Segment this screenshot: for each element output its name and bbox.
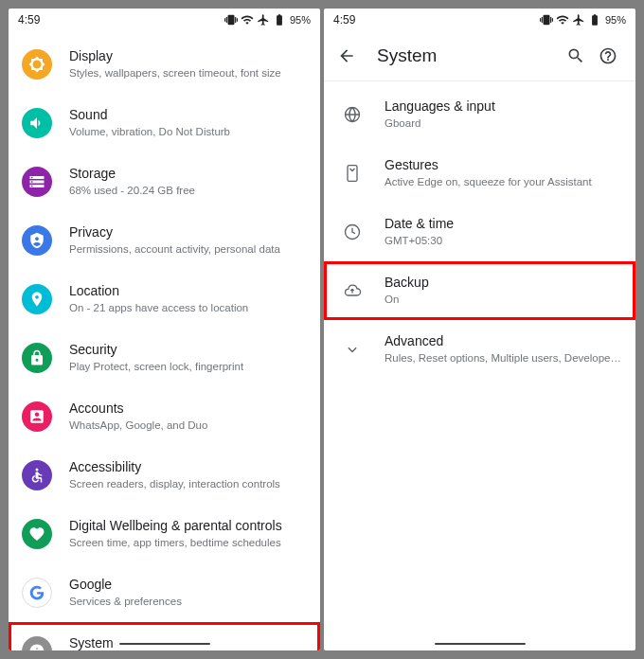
row-system[interactable]: SystemLanguages, gestures, time, backup	[9, 622, 320, 650]
row-subtitle: GMT+05:30	[385, 234, 622, 249]
status-time: 4:59	[333, 13, 355, 27]
phone-right: 4:59 95% System Languages & inputGboardG…	[324, 9, 635, 650]
row-text: PrivacyPermissions, account activity, pe…	[69, 223, 307, 258]
airplane-icon	[257, 13, 270, 27]
phone-left: 4:59 95% DisplayStyles, wallpapers, scre…	[9, 9, 320, 650]
row-lang[interactable]: Languages & inputGboard	[324, 85, 635, 144]
app-bar: System	[324, 31, 635, 80]
status-time: 4:59	[18, 13, 40, 27]
row-title: Backup	[385, 274, 622, 291]
status-icons: 95%	[224, 13, 311, 27]
row-text: AdvancedRules, Reset options, Multiple u…	[385, 332, 622, 366]
row-title: Sound	[69, 106, 307, 123]
row-subtitle: Rules, Reset options, Multiple users, De…	[385, 351, 622, 366]
row-backup[interactable]: BackupOn	[324, 261, 635, 320]
row-accessibility[interactable]: AccessibilityScreen readers, display, in…	[9, 446, 320, 505]
row-title: Accounts	[69, 400, 307, 417]
settings-list: DisplayStyles, wallpapers, screen timeou…	[9, 31, 320, 650]
row-text: LocationOn - 21 apps have access to loca…	[69, 282, 307, 316]
page-title: System	[377, 45, 560, 66]
globe-icon	[337, 99, 367, 130]
volume-icon	[22, 108, 52, 138]
row-privacy[interactable]: PrivacyPermissions, account activity, pe…	[9, 211, 320, 270]
row-subtitle: On	[385, 293, 622, 308]
row-gestures[interactable]: GesturesActive Edge on, squeeze for your…	[324, 144, 635, 203]
row-advanced[interactable]: AdvancedRules, Reset options, Multiple u…	[324, 320, 635, 379]
row-subtitle: Services & preferences	[69, 595, 307, 610]
status-icons: 95%	[540, 13, 626, 27]
row-title: Digital Wellbeing & parental controls	[69, 517, 307, 534]
row-sound[interactable]: SoundVolume, vibration, Do Not Disturb	[9, 94, 320, 152]
row-title: Storage	[69, 165, 307, 182]
pin-icon	[22, 284, 52, 314]
row-text: Storage68% used - 20.24 GB free	[69, 165, 307, 199]
row-text: GoogleServices & preferences	[69, 576, 307, 610]
row-datetime[interactable]: Date & timeGMT+05:30	[324, 203, 635, 261]
row-title: Google	[69, 576, 307, 593]
row-subtitle: Play Protect, screen lock, fingerprint	[69, 360, 307, 375]
row-title: Languages & input	[385, 98, 622, 115]
row-title: Accessibility	[69, 458, 307, 475]
row-display[interactable]: DisplayStyles, wallpapers, screen timeou…	[9, 35, 320, 94]
clock-icon	[337, 217, 367, 247]
row-text: SoundVolume, vibration, Do Not Disturb	[69, 106, 307, 140]
row-title: Gestures	[385, 156, 622, 173]
row-subtitle: Gboard	[385, 116, 622, 132]
row-subtitle: Volume, vibration, Do Not Disturb	[69, 125, 307, 140]
search-button[interactable]	[560, 40, 592, 72]
row-text: SecurityPlay Protect, screen lock, finge…	[69, 341, 307, 375]
row-subtitle: Styles, wallpapers, screen timeout, font…	[69, 66, 307, 81]
battery-icon	[588, 13, 601, 27]
nav-home-bar[interactable]	[119, 643, 210, 646]
row-text: Date & timeGMT+05:30	[385, 215, 622, 249]
system-list: Languages & inputGboardGesturesActive Ed…	[324, 81, 635, 379]
help-icon	[599, 46, 617, 65]
row-title: Security	[69, 341, 307, 358]
row-title: Privacy	[69, 223, 307, 240]
wifi-icon	[241, 13, 254, 27]
vibrate-icon	[540, 13, 553, 27]
row-text: AccountsWhatsApp, Google, and Duo	[69, 400, 307, 434]
row-wellbeing[interactable]: Digital Wellbeing & parental controlsScr…	[9, 505, 320, 563]
status-bar: 4:59 95%	[9, 9, 320, 31]
row-location[interactable]: LocationOn - 21 apps have access to loca…	[9, 270, 320, 329]
battery-percent: 95%	[290, 14, 311, 26]
battery-icon	[273, 13, 286, 27]
row-subtitle: On - 21 apps have access to location	[69, 301, 307, 316]
storage-icon	[22, 167, 52, 197]
a11y-icon	[22, 460, 52, 490]
row-google[interactable]: GoogleServices & preferences	[9, 563, 320, 622]
help-button[interactable]	[592, 40, 624, 72]
gesture-icon	[337, 158, 367, 188]
row-subtitle: 68% used - 20.24 GB free	[69, 184, 307, 199]
arrow-back-icon	[337, 46, 356, 65]
row-subtitle: Active Edge on, squeeze for your Assista…	[385, 175, 622, 190]
search-icon	[566, 46, 585, 65]
nav-home-bar[interactable]	[435, 643, 526, 646]
vibrate-icon	[224, 13, 238, 27]
airplane-icon	[572, 13, 585, 27]
row-text: DisplayStyles, wallpapers, screen timeou…	[69, 47, 307, 81]
cloud-icon	[337, 276, 367, 306]
row-text: Languages & inputGboard	[385, 98, 622, 132]
heart-icon	[22, 519, 52, 549]
row-storage[interactable]: Storage68% used - 20.24 GB free	[9, 152, 320, 211]
row-accounts[interactable]: AccountsWhatsApp, Google, and Duo	[9, 387, 320, 446]
row-security[interactable]: SecurityPlay Protect, screen lock, finge…	[9, 329, 320, 387]
google-icon	[22, 578, 52, 608]
svg-point-0	[36, 469, 39, 472]
row-title: Display	[69, 47, 307, 64]
brightness-icon	[22, 49, 52, 80]
row-title: Date & time	[385, 215, 622, 232]
row-subtitle: Permissions, account activity, personal …	[69, 242, 307, 258]
row-text: AccessibilityScreen readers, display, in…	[69, 458, 307, 492]
lock-icon	[22, 343, 52, 373]
status-bar: 4:59 95%	[324, 9, 635, 31]
row-subtitle: WhatsApp, Google, and Duo	[69, 419, 307, 434]
privacy-icon	[22, 225, 52, 256]
back-button[interactable]	[333, 43, 360, 69]
wifi-icon	[556, 13, 569, 27]
account-icon	[22, 401, 52, 432]
battery-percent: 95%	[605, 14, 626, 26]
row-title: Advanced	[385, 332, 622, 349]
